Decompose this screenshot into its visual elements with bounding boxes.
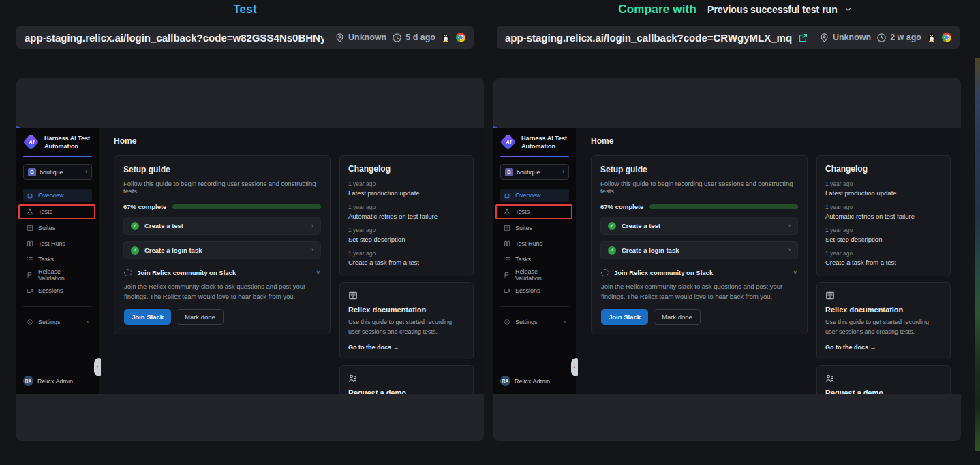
- avatar: RA: [500, 376, 510, 386]
- changelog-title: Changelog: [348, 164, 465, 174]
- home-icon: [27, 192, 33, 199]
- app-main: Home Setup guide Follow this guide to be…: [99, 128, 484, 394]
- request-demo-card: Request a demo Request a demo and explor…: [816, 365, 951, 394]
- setup-item-create-login-task[interactable]: ✓ Create a login task ›: [123, 241, 321, 259]
- progress-bar: [649, 204, 798, 209]
- setup-item-create-test[interactable]: ✓ Create a test ›: [123, 217, 321, 235]
- setup-guide-card: Setup guide Follow this guide to begin r…: [114, 155, 331, 334]
- changelog-card: Changelog 1 year ago Latest production u…: [816, 155, 951, 276]
- documentation-card: Relicx documentation Use this guide to g…: [816, 282, 951, 359]
- sidebar-item-sessions[interactable]: Sessions: [500, 284, 569, 298]
- join-slack-button[interactable]: Join Slack: [601, 309, 648, 325]
- brand-gradient-rule: [23, 156, 92, 157]
- sidebar-item-tests[interactable]: Tests: [495, 204, 572, 219]
- check-circle-icon: ✓: [608, 246, 616, 255]
- mark-done-button[interactable]: Mark done: [177, 309, 224, 325]
- slack-description: Join the Relicx community slack to ask q…: [124, 282, 320, 302]
- sidebar-item-tasks[interactable]: Tasks: [500, 253, 569, 266]
- changelog-entry: 1 year ago Set step description: [825, 227, 942, 243]
- setup-guide-card: Setup guide Follow this guide to begin r…: [591, 155, 808, 334]
- app-screenshot: AI Harness AI Test Automation B boutique…: [493, 128, 961, 394]
- location-pin-icon: [335, 33, 345, 43]
- people-icon: [825, 374, 835, 383]
- sidebar-item-test-runs[interactable]: Test Runs: [500, 237, 569, 251]
- age-meta: 2 w ago: [876, 33, 921, 43]
- chrome-icon: [942, 33, 951, 42]
- sidebar-item-overview[interactable]: Overview: [23, 189, 92, 202]
- chevron-down-icon: ∨: [793, 270, 797, 276]
- go-to-docs-link[interactable]: Go to the docs →: [825, 344, 942, 351]
- sidebar-user[interactable]: RA Relicx Admin: [500, 376, 550, 386]
- location-pin-icon: [819, 33, 829, 43]
- book-icon: [348, 291, 358, 300]
- sidebar-item-tasks[interactable]: Tasks: [23, 253, 92, 266]
- go-to-docs-link[interactable]: Go to the docs →: [348, 344, 465, 351]
- changelog-entry: 1 year ago Latest production update: [825, 180, 942, 197]
- sidebar-item-settings[interactable]: Settings ›: [500, 315, 569, 329]
- people-icon: [348, 374, 358, 383]
- chevron-down-icon: [844, 5, 852, 13]
- sidebar-item-sessions[interactable]: Sessions: [23, 284, 92, 298]
- changelog-title: Changelog: [825, 164, 942, 174]
- chevron-right-icon: ›: [311, 223, 313, 229]
- test-pane: Test app-staging.relicx.ai/login_callbac…: [0, 0, 490, 465]
- sidebar-collapse-handle[interactable]: ‹: [571, 358, 578, 376]
- sidebar-collapse-handle[interactable]: ‹: [94, 358, 101, 376]
- project-selector[interactable]: B boutique ›: [23, 164, 92, 180]
- changelog-card: Changelog 1 year ago Latest production u…: [339, 155, 474, 276]
- check-circle-icon: ✓: [608, 222, 616, 230]
- test-screenshot: AI Harness AI Test Automation B boutique…: [16, 128, 484, 394]
- page-title: Home: [114, 136, 474, 146]
- video-icon: [504, 287, 510, 294]
- project-badge: B: [28, 168, 36, 176]
- test-pane-title: Test: [233, 3, 257, 16]
- setup-guide-title: Setup guide: [600, 165, 798, 174]
- check-circle-icon: ✓: [131, 222, 139, 230]
- changelog-entry: 1 year ago Automatic retries on test fai…: [825, 204, 942, 220]
- project-selector[interactable]: B boutique ›: [500, 164, 569, 180]
- brand-name: Harness AI Test Automation: [44, 134, 90, 150]
- setup-item-create-login-task[interactable]: ✓ Create a login task ›: [600, 241, 798, 259]
- flask-icon: [27, 208, 33, 215]
- external-link-icon[interactable]: [798, 33, 808, 43]
- sidebar-user[interactable]: RA Relicx Admin: [23, 376, 73, 386]
- sidebar-item-suites[interactable]: Suites: [23, 221, 92, 235]
- join-slack-button[interactable]: Join Slack: [124, 309, 171, 325]
- changelog-entry: 1 year ago Automatic retries on test fai…: [348, 204, 465, 220]
- url-text: app-staging.relicx.ai/login_callback?cod…: [505, 32, 793, 44]
- sidebar-nav: Overview Tests Suites Test Runs Tasks: [23, 189, 92, 329]
- changelog-entry: 1 year ago Latest production update: [348, 180, 465, 197]
- gear-icon: [27, 319, 33, 325]
- sidebar-item-suites[interactable]: Suites: [500, 221, 569, 235]
- setup-item-create-test[interactable]: ✓ Create a test ›: [600, 217, 798, 235]
- slack-section: Join Relicx community on Slack ∨ Join th…: [123, 269, 321, 325]
- sidebar-item-overview[interactable]: Overview: [500, 189, 569, 202]
- slack-section-header[interactable]: Join Relicx community on Slack ∨: [124, 269, 320, 276]
- project-badge: B: [505, 168, 513, 176]
- test-url-bar[interactable]: app-staging.relicx.ai/login_callback?cod…: [16, 26, 474, 49]
- mark-done-button[interactable]: Mark done: [654, 309, 701, 325]
- sidebar-item-release-validation[interactable]: Release Validation: [500, 268, 569, 282]
- flag-icon: [504, 272, 510, 278]
- app-sidebar: AI Harness AI Test Automation B boutique…: [16, 128, 99, 394]
- grid-icon: [504, 225, 510, 231]
- compare-target-dropdown[interactable]: Previous successful test run: [707, 4, 852, 15]
- list-icon: [27, 256, 33, 263]
- sidebar-item-release-validation[interactable]: Release Validation: [23, 268, 92, 282]
- request-demo-card: Request a demo Request a demo and explor…: [339, 365, 474, 394]
- sidebar-item-tests[interactable]: Tests: [18, 204, 95, 219]
- sidebar-item-settings[interactable]: Settings ›: [23, 315, 92, 329]
- grid-icon: [27, 225, 33, 231]
- sidebar-nav: Overview Tests Suites Test Runs Tasks: [500, 189, 569, 329]
- next-screenshot-edge-sliver: [975, 58, 980, 451]
- location-meta: Unknown: [819, 33, 871, 43]
- compare-url-bar[interactable]: app-staging.relicx.ai/login_callback?cod…: [497, 26, 960, 49]
- clock-icon: [876, 33, 887, 43]
- sidebar-item-test-runs[interactable]: Test Runs: [23, 237, 92, 251]
- chevron-left-icon: ‹: [97, 365, 98, 370]
- harness-logo-icon: AI: [23, 134, 40, 150]
- avatar: RA: [23, 376, 33, 386]
- chevron-right-icon: ›: [85, 169, 87, 175]
- compare-screenshot: AI Harness AI Test Automation B boutique…: [493, 128, 961, 394]
- slack-section-header[interactable]: Join Relicx community on Slack ∨: [601, 269, 797, 276]
